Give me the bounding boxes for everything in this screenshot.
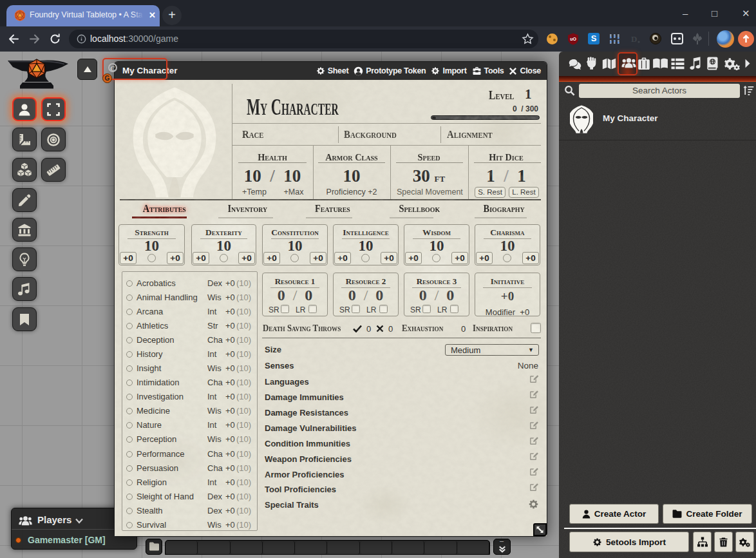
svg-text:D: D — [631, 34, 637, 44]
svg-text:uO: uO — [570, 37, 576, 41]
